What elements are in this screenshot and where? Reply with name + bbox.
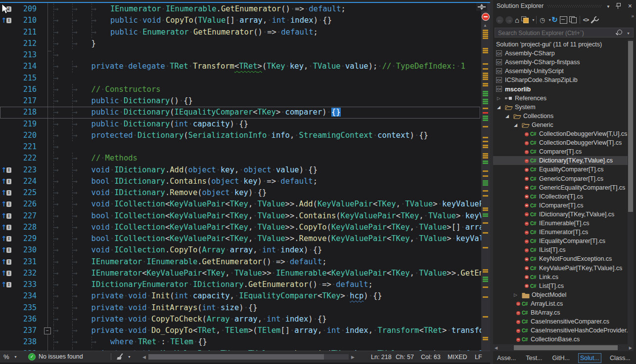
implements-indicator-icon[interactable]: ↑ — [1, 279, 7, 290]
implements-indicator-icon[interactable]: ↑ — [1, 256, 7, 268]
close-icon[interactable]: × — [628, 2, 632, 10]
zoom-control[interactable]: % — [3, 353, 9, 361]
tree-item-list-t-cs[interactable]: C#List[T].cs — [493, 282, 628, 290]
code-line-218[interactable]: 218→→public·Dictionary(IEqualityComparer… — [0, 107, 480, 118]
code-line-224[interactable]: ↑I224→→bool·IDictionary.Contains(object·… — [0, 176, 481, 187]
tree-item-link-cs[interactable]: C#Link.cs — [493, 273, 628, 282]
line-number[interactable]: 222 — [12, 153, 37, 164]
hscroll-left-arrow-icon[interactable]: ◀ — [142, 355, 146, 360]
implements-indicator-icon[interactable]: ↑ — [1, 176, 7, 187]
code-line-227[interactable]: ↑I227→→bool·ICollection<KeyValuePair<TKe… — [0, 210, 481, 222]
expander-collapsed-icon[interactable]: ▷ — [514, 290, 517, 299]
code-line-232[interactable]: ↑I232→→IEnumerator<KeyValuePair<TKey,·TV… — [0, 268, 481, 279]
code-line-236[interactable]: 236→→private·void·CopyToCheck(Array·arra… — [0, 314, 481, 325]
line-number[interactable]: 232 — [12, 268, 37, 279]
line-number[interactable]: 210 — [12, 15, 37, 26]
tree-item-references[interactable]: ▷References — [493, 94, 628, 103]
interface-indicator-icon[interactable]: I — [6, 247, 11, 253]
expander-expanded-icon[interactable]: ◢ — [497, 103, 500, 112]
code-line-210[interactable]: ↑I210→→→public·void·CopyTo(TValue[]·arra… — [0, 15, 481, 26]
file-health-error-icon[interactable] — [482, 13, 490, 21]
code-line-219[interactable]: 219→→public·Dictionary(int·capacity)·{} — [0, 119, 481, 130]
search-options-caret-icon[interactable]: ▼ — [627, 32, 630, 35]
properties-wrench-icon[interactable] — [591, 16, 598, 24]
interface-indicator-icon[interactable]: I — [6, 18, 11, 23]
line-number[interactable]: 216 — [12, 84, 37, 95]
code-line-233[interactable]: ↑I233→→IDictionaryEnumerator·IDictionary… — [0, 279, 481, 290]
editor-horizontal-scrollbar[interactable] — [148, 354, 349, 360]
scroll-up-arrow-icon[interactable]: ▲ — [483, 23, 487, 28]
tree-item-icomparer-t-cs[interactable]: C#IComparer[T].cs — [493, 201, 628, 210]
code-area[interactable]: − ↑I209→→→IEnumerator·IEnumerable.GetEnu… — [0, 3, 481, 351]
tree-item-caseinsensitivecomparer-cs[interactable]: C#CaseInsensitiveComparer.cs — [493, 317, 628, 326]
code-line-211[interactable]: 211→→→public·Enumerator·GetEnumerator()·… — [0, 27, 481, 38]
title-drag-grip[interactable] — [547, 5, 602, 7]
line-number[interactable]: 233 — [12, 279, 37, 290]
tree-hscroll-thumb[interactable] — [514, 345, 618, 350]
tree-item-collectiondebuggerview-t-cs[interactable]: C#CollectionDebuggerView[T].cs — [493, 138, 628, 147]
line-number[interactable]: 230 — [12, 244, 37, 256]
implements-indicator-icon[interactable]: ↑ — [1, 233, 7, 244]
tree-item-iequalitycomparer-t-cs[interactable]: C#IEqualityComparer[T].cs — [493, 237, 628, 245]
fold-collapse-button[interactable]: − — [44, 327, 51, 334]
code-line-214[interactable]: 214→→private·delegate·TRet·Transform<TRe… — [0, 61, 481, 72]
implements-indicator-icon[interactable]: ↑ — [1, 187, 7, 199]
tree-item-caseinsensitivehashcodeprovider-cs[interactable]: C#CaseInsensitiveHashCodeProvider.cs — [493, 326, 628, 335]
interface-indicator-icon[interactable]: I — [6, 213, 11, 219]
issues-status-text[interactable]: No issues found — [39, 353, 83, 360]
tree-item-genericequalitycomparer-t-cs[interactable]: C#GenericEqualityComparer[T].cs — [493, 183, 628, 192]
code-line-223[interactable]: ↑I223→→void·IDictionary.Add(object·key,·… — [0, 164, 481, 176]
tree-vscroll-thumb[interactable] — [628, 41, 633, 212]
tree-item-system[interactable]: ◢System — [493, 103, 628, 112]
line-number[interactable]: 220 — [12, 130, 37, 141]
pin-icon[interactable] — [615, 2, 621, 9]
code-line-226[interactable]: ↑I226→→void·ICollection<KeyValuePair<TKe… — [0, 199, 481, 210]
line-number[interactable]: 234 — [12, 290, 37, 302]
implements-indicator-icon[interactable]: ↑ — [1, 199, 7, 210]
tree-horizontal-scrollbar[interactable]: ◀ ▶ — [493, 344, 634, 351]
line-number[interactable]: 237 — [12, 325, 37, 336]
interface-indicator-icon[interactable]: I — [6, 190, 11, 196]
tree-hscroll-right-icon[interactable]: ▶ — [629, 346, 632, 350]
code-line-231[interactable]: ↑I231→→IEnumerator·IEnumerable.GetEnumer… — [0, 256, 481, 268]
implements-indicator-icon[interactable]: ↑ — [1, 222, 7, 233]
line-number[interactable]: 212 — [12, 38, 37, 49]
filter-caret-icon[interactable]: ▼ — [548, 18, 551, 22]
code-line-220[interactable]: 220→→protected·Dictionary(SerializationI… — [0, 130, 481, 141]
code-line-213[interactable]: 213→ — [0, 49, 481, 61]
line-number[interactable]: 214 — [12, 61, 37, 72]
hscroll-right-arrow-icon[interactable]: ▶ — [351, 355, 355, 360]
tree-item-bitarray-cs[interactable]: C#BitArray.cs — [493, 308, 628, 317]
tree-item-keyvaluepair-tkey-tvalue-cs[interactable]: C#KeyValuePair[TKey,TValue].cs — [493, 264, 628, 273]
interface-indicator-icon[interactable]: I — [6, 179, 11, 184]
code-line-228[interactable]: ↑I228→→void·ICollection<KeyValuePair<TKe… — [0, 222, 481, 233]
back-icon[interactable]: ← — [496, 16, 503, 24]
tree-item-equalitycomparer-t-cs[interactable]: C#EqualityComparer[T].cs — [493, 165, 628, 174]
implements-indicator-icon[interactable]: ↑ — [1, 244, 7, 256]
interface-indicator-icon[interactable]: I — [6, 236, 11, 242]
tree-item-genericcomparer-t-cs[interactable]: C#GenericComparer[T].cs — [493, 174, 628, 183]
line-number[interactable]: 229 — [12, 233, 37, 244]
implements-indicator-icon[interactable]: ↑ — [1, 164, 7, 176]
code-line-235[interactable]: 235→→private·void·InitArrays(int·size)·{… — [0, 302, 481, 314]
line-number[interactable]: 218 — [12, 107, 37, 118]
code-line-217[interactable]: 217→→public·Dictionary()·{} — [0, 95, 481, 107]
tree-item-ilist-t-cs[interactable]: C#IList[T].cs — [493, 245, 628, 254]
interface-indicator-icon[interactable]: I — [6, 282, 11, 287]
tree-item-icsharpcode-sharpziplib[interactable]: C#ICSharpCode.SharpZipLib — [493, 76, 628, 84]
line-number[interactable]: 211 — [12, 27, 37, 38]
switch-views-icon[interactable] — [521, 16, 529, 23]
tree-item-idictionary-tkey-tvalue-cs[interactable]: C#IDictionary[TKey,TValue].cs — [493, 210, 628, 219]
expander-expanded-icon[interactable]: ◢ — [514, 121, 517, 129]
implements-indicator-icon[interactable]: ↑ — [1, 15, 7, 26]
line-number[interactable]: 228 — [12, 222, 37, 233]
solution-tree[interactable]: Solution 'project-gui' (11 of 11 project… — [493, 40, 628, 344]
search-input[interactable] — [497, 29, 613, 38]
tree-item-ienumerable-t-cs[interactable]: C#IEnumerable[T].cs — [493, 219, 628, 228]
code-line-221[interactable]: 221→ — [0, 141, 481, 153]
implements-indicator-icon[interactable]: ↑ — [1, 210, 7, 222]
tree-item-assembly-unityscript[interactable]: C#Assembly-UnityScript — [493, 67, 628, 76]
tree-item-mscorlib[interactable]: C#mscorlib — [493, 85, 628, 94]
line-number[interactable]: 236 — [12, 314, 37, 325]
code-line-234[interactable]: 234→→private·void·Init(int·capacity,·IEq… — [0, 290, 481, 302]
